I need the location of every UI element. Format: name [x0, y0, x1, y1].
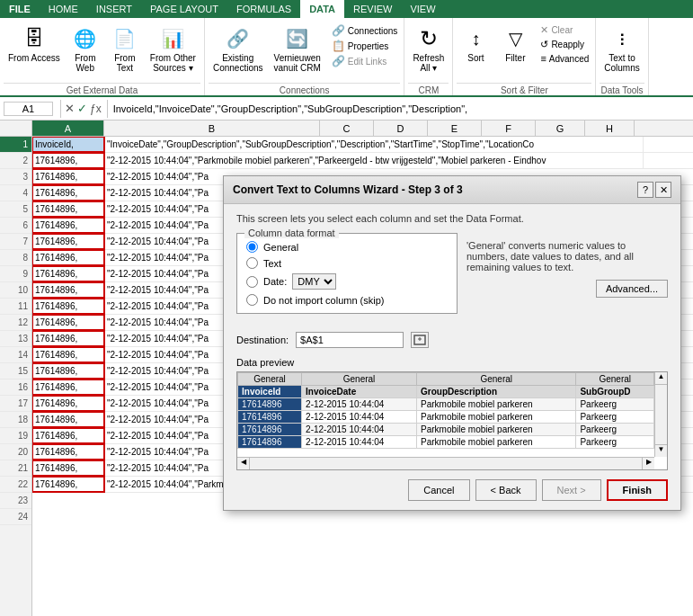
preview-cell: Parkmobile mobiel parkeren [417, 411, 576, 424]
preview-cell: Parkmobile mobiel parkeren [417, 436, 576, 449]
radio-general[interactable] [246, 241, 258, 253]
scroll-left-btn[interactable]: ◀ [237, 458, 250, 470]
scroll-down-btn[interactable]: ▼ [655, 444, 667, 457]
side-note-area: 'General' converts numeric values to num… [466, 233, 668, 323]
preview-col-header-2: General [302, 373, 417, 386]
preview-cell: SubGroupD [576, 386, 654, 398]
destination-row: Destination: [236, 332, 668, 348]
preview-scrollbar-v[interactable]: ▲ ▼ [654, 372, 667, 457]
preview-cell: 17614896 [238, 411, 302, 424]
finish-button[interactable]: Finish [607, 479, 668, 501]
preview-cell: Parkmobile mobiel parkeren [417, 398, 576, 411]
advanced-button[interactable]: Advanced... [596, 280, 668, 298]
radio-text[interactable] [246, 257, 258, 269]
radio-text-row: Text [246, 257, 448, 269]
radio-general-row: General [246, 241, 448, 253]
dialog-controls: ? ✕ [637, 182, 671, 198]
back-button[interactable]: < Back [475, 479, 537, 501]
dialog-body: This screen lets you select each column … [224, 204, 680, 510]
preview-cell: InvoiceDate [302, 386, 417, 398]
preview-cell: 2-12-2015 10:44:04 [302, 436, 417, 449]
scroll-up-btn[interactable]: ▲ [655, 372, 667, 385]
preview-cell: 2-12-2015 10:44:04 [302, 411, 417, 424]
dialog-close-button[interactable]: ✕ [655, 182, 671, 198]
radio-date[interactable] [246, 276, 258, 288]
preview-col-header-4: General [576, 373, 654, 386]
next-button[interactable]: Next > [542, 479, 601, 501]
column-format-label: Column data format [244, 228, 339, 238]
radio-group: General Text Date: DMY MDY [246, 241, 448, 306]
destination-input[interactable] [296, 332, 404, 348]
destination-label: Destination: [236, 335, 289, 345]
dialog-description: This screen lets you select each column … [236, 213, 668, 224]
cancel-button[interactable]: Cancel [408, 479, 469, 501]
radio-skip[interactable] [246, 294, 258, 306]
side-note-text: 'General' converts numeric values to num… [466, 240, 668, 272]
data-preview-label: Data preview [236, 357, 668, 368]
preview-cell: 2-12-2015 10:44:04 [302, 424, 417, 436]
preview-cell: 17614896 [238, 424, 302, 436]
date-format-select[interactable]: DMY MDY YMD DYM MYD YDM [292, 273, 336, 290]
dialog-help-button[interactable]: ? [637, 182, 653, 198]
column-format-section: Column data format General Text Date: [236, 233, 458, 314]
dialog-overlay: Convert Text to Columns Wizard - Step 3 … [0, 0, 693, 616]
scroll-right-btn[interactable]: ▶ [642, 458, 654, 470]
radio-text-label: Text [263, 258, 281, 269]
preview-cell: Parkeerg [576, 398, 654, 411]
preview-cell: 17614896 [238, 436, 302, 449]
radio-date-row: Date: DMY MDY YMD DYM MYD YDM [246, 273, 448, 290]
radio-skip-row: Do not import column (skip) [246, 294, 448, 306]
radio-date-label: Date: [263, 276, 287, 287]
preview-cell: 2-12-2015 10:44:04 [302, 398, 417, 411]
scroll-h-track[interactable] [250, 458, 642, 469]
dialog: Convert Text to Columns Wizard - Step 3 … [223, 175, 681, 511]
preview-cell: Parkeerg [576, 436, 654, 449]
preview-cell: InvoiceId [238, 386, 302, 398]
preview-cell: 17614896 [238, 398, 302, 411]
preview-scrollbar-h[interactable]: ◀ ▶ [237, 457, 654, 469]
preview-cell: GroupDescription [417, 386, 576, 398]
data-preview: General General General General InvoiceI… [236, 371, 668, 470]
dialog-footer: Cancel < Back Next > Finish [236, 470, 668, 501]
radio-skip-label: Do not import column (skip) [263, 295, 385, 306]
preview-cell: Parkmobile mobiel parkeren [417, 424, 576, 436]
preview-col-header-1: General [238, 373, 302, 386]
radio-general-label: General [263, 242, 298, 253]
destination-picker-icon[interactable] [411, 332, 429, 348]
preview-cell: Parkeerg [576, 411, 654, 424]
dialog-titlebar: Convert Text to Columns Wizard - Step 3 … [224, 176, 680, 204]
preview-cell: Parkeerg [576, 424, 654, 436]
preview-col-header-3: General [417, 373, 576, 386]
dialog-title: Convert Text to Columns Wizard - Step 3 … [233, 183, 463, 196]
